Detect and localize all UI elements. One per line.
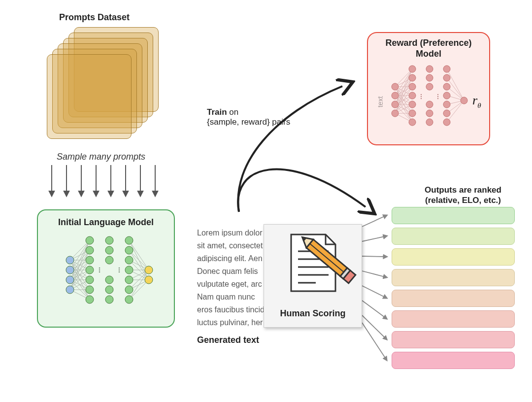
svg-point-153 [443,110,450,117]
svg-point-137 [409,83,416,90]
svg-point-125 [421,94,422,95]
svg-point-149 [443,74,450,81]
svg-point-138 [409,92,416,99]
svg-line-84 [362,256,387,257]
svg-point-141 [409,119,416,126]
ranked-output-bar [392,331,515,348]
svg-point-142 [426,66,433,72]
svg-line-86 [362,286,387,298]
reward-model-output-symbol: rθ [472,93,481,109]
ranked-outputs-list [392,207,515,372]
svg-point-151 [443,92,450,99]
ranked-output-bar [392,269,515,286]
svg-point-133 [392,101,399,108]
svg-point-135 [409,66,416,72]
svg-line-83 [362,236,387,241]
svg-line-85 [362,271,387,277]
svg-point-134 [392,110,399,117]
ranked-output-bar [392,290,515,307]
outputs-ranked-heading: Outputs are ranked (relative, ELO, etc.) [399,185,527,206]
svg-line-87 [362,301,387,319]
svg-point-129 [437,96,438,97]
svg-point-145 [426,101,433,108]
svg-point-140 [409,110,416,117]
reward-model-box: Reward (Preference) Model text rθ [367,32,490,145]
ranked-output-bar [392,248,515,266]
svg-point-154 [443,119,450,126]
ranked-output-bar [392,228,515,245]
svg-point-146 [426,110,433,117]
reward-model-title-line1: Reward (Preference) [368,38,489,49]
svg-point-150 [443,83,450,90]
svg-line-82 [362,215,387,227]
ranked-output-bar [392,207,515,224]
svg-point-147 [426,119,433,126]
svg-point-148 [443,66,450,72]
svg-point-127 [421,98,422,99]
svg-point-136 [409,74,416,81]
ranked-output-bar [392,352,515,369]
svg-point-152 [443,101,450,108]
svg-point-132 [392,92,399,99]
svg-line-89 [362,323,387,360]
svg-point-139 [409,101,416,108]
svg-point-144 [426,83,433,90]
svg-point-143 [426,74,433,81]
reward-model-neural-net-icon: text rθ [368,59,490,143]
human-scoring-box: Human Scoring [264,224,362,328]
reward-model-title-line2: Model [368,49,489,60]
svg-point-126 [421,96,422,97]
human-scoring-title: Human Scoring [264,308,362,319]
svg-point-130 [437,98,438,99]
reward-model-input-label: text [376,97,384,108]
svg-point-155 [461,97,467,104]
ranked-output-bar [392,310,515,328]
svg-point-131 [392,83,399,90]
svg-point-128 [437,94,438,95]
svg-line-88 [362,315,387,339]
human-scoring-icon [264,225,363,303]
generated-text-heading: Generated text [197,335,259,345]
